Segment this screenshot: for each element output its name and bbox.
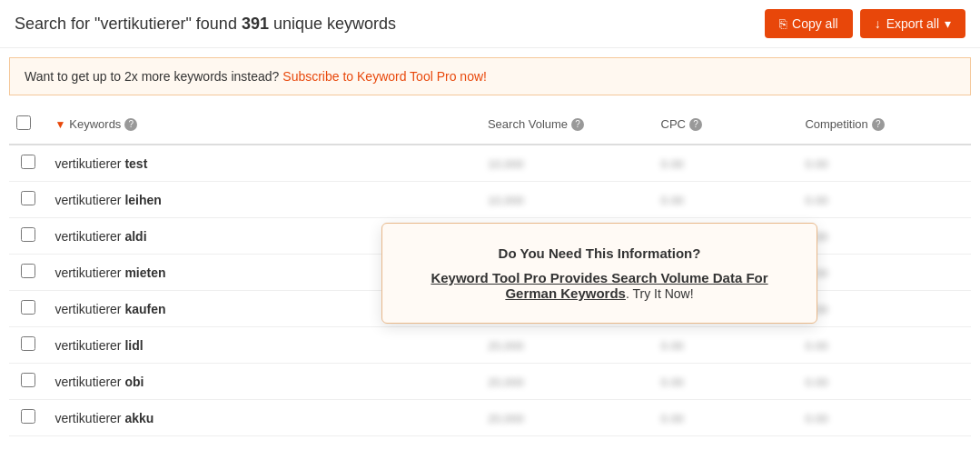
keyword-bold: akku [124, 411, 153, 425]
cpc-value: 0.00 [661, 339, 684, 353]
volume-value: 10,000 [488, 194, 524, 207]
copy-all-button[interactable]: ⎘ Copy all [765, 9, 853, 38]
table-row: vertikutierer lidl20,0000.000.00 [9, 327, 971, 364]
search-volume-column-header[interactable]: Search Volume ? [480, 105, 654, 145]
row-checkbox-0[interactable] [21, 155, 35, 169]
keywords-label: Keywords [69, 117, 121, 131]
volume-cell: 20,000 [480, 327, 654, 364]
upsell-popup: Do You Need This Information? Keyword To… [381, 223, 817, 324]
table-row: vertikutierer test10,0000.000.00 [9, 145, 971, 182]
cpc-value: 0.00 [661, 375, 684, 389]
volume-cell: 10,000 [480, 145, 654, 182]
competition-cell: 0.00 [797, 400, 971, 436]
keyword-bold: obi [124, 375, 144, 389]
cpc-column-header[interactable]: CPC ? [654, 105, 798, 145]
competition-cell: 0.00 [797, 182, 971, 218]
search-volume-help-icon[interactable]: ? [571, 118, 584, 131]
keyword-prefix: vertikutierer [54, 338, 124, 353]
volume-cell: 20,000 [480, 364, 654, 400]
competition-help-icon[interactable]: ? [872, 118, 885, 131]
table-header-row: ▼ Keywords ? Search Volume ? CPC ? [9, 105, 971, 145]
competition-cell: 0.00 [797, 327, 971, 364]
keyword-bold: mieten [124, 265, 165, 280]
keyword-cell: vertikutierer lidl [47, 327, 480, 364]
header-buttons: ⎘ Copy all ↓ Export all ▾ [765, 9, 965, 38]
keyword-cell: vertikutierer leihen [47, 182, 480, 218]
competition-cell: 0.00 [797, 255, 971, 291]
cpc-help-icon[interactable]: ? [689, 118, 702, 131]
keyword-cell: vertikutierer test [47, 145, 480, 182]
cpc-cell: 0.00 [654, 364, 798, 400]
cpc-value: 0.00 [661, 412, 684, 425]
copy-all-label: Copy all [792, 16, 838, 31]
row-checkbox-7[interactable] [21, 409, 35, 424]
table-row: vertikutierer leihen10,0000.000.00 [9, 182, 971, 218]
keyword-cell: vertikutierer obi [47, 364, 480, 400]
competition-cell: 0.00 [797, 364, 971, 400]
volume-value: 20,000 [488, 412, 524, 425]
popup-link[interactable]: Keyword Tool Pro Provides Search Volume … [431, 270, 767, 301]
row-checkbox-5[interactable] [21, 336, 35, 351]
popup-title: Do You Need This Information? [408, 245, 791, 261]
chevron-down-icon: ▾ [945, 16, 951, 31]
keyword-bold: leihen [124, 193, 161, 207]
popup-suffix: . Try It Now! [626, 286, 694, 301]
competition-value: 0.00 [805, 375, 827, 389]
table-row: vertikutierer obi20,0000.000.00 [9, 364, 971, 400]
search-volume-label: Search Volume [488, 117, 568, 131]
keyword-cell: vertikutierer akku [47, 400, 480, 436]
row-checkbox-6[interactable] [21, 373, 35, 387]
keyword-prefix: vertikutierer [54, 411, 124, 425]
export-icon: ↓ [875, 16, 881, 31]
banner-text: Want to get up to 2x more keywords inste… [25, 69, 282, 84]
competition-value: 0.00 [805, 339, 827, 353]
competition-cell: 0.00 [797, 291, 971, 327]
volume-value: 20,000 [488, 339, 524, 353]
keyword-prefix: vertikutierer [54, 375, 124, 389]
competition-cell: 0.00 [797, 145, 971, 182]
competition-label: Competition [805, 117, 867, 131]
volume-cell: 20,000 [480, 400, 654, 436]
keywords-column-header[interactable]: ▼ Keywords ? [47, 105, 480, 145]
export-all-label: Export all [886, 16, 939, 31]
keyword-bold: test [124, 156, 147, 171]
cpc-value: 0.00 [661, 194, 684, 207]
row-checkbox-4[interactable] [21, 300, 35, 315]
keyword-prefix: vertikutierer [54, 302, 124, 316]
competition-cell: 0.00 [797, 218, 971, 255]
cpc-cell: 0.00 [654, 182, 798, 218]
select-all-header [9, 105, 47, 145]
keywords-help-icon[interactable]: ? [124, 118, 137, 131]
keyword-prefix: vertikutierer [54, 156, 124, 171]
sort-icon: ▼ [54, 118, 65, 131]
export-all-button[interactable]: ↓ Export all ▾ [860, 9, 965, 38]
popup-link-text: Keyword Tool Pro Provides Search Volume … [431, 270, 767, 301]
cpc-value: 0.00 [661, 157, 684, 171]
keyword-bold: aldi [124, 229, 146, 244]
row-checkbox-1[interactable] [21, 191, 35, 205]
copy-icon: ⎘ [779, 16, 787, 31]
select-all-checkbox[interactable] [16, 115, 31, 130]
keyword-prefix: vertikutierer [54, 193, 124, 207]
cpc-cell: 0.00 [654, 400, 798, 436]
keyword-bold: lidl [124, 338, 143, 353]
title-prefix: Search for "vertikutierer" found [15, 15, 242, 33]
competition-value: 0.00 [805, 412, 827, 425]
keyword-bold: kaufen [124, 302, 165, 316]
keywords-table-container: ▼ Keywords ? Search Volume ? CPC ? [0, 105, 980, 436]
keyword-prefix: vertikutierer [54, 229, 124, 244]
competition-column-header[interactable]: Competition ? [797, 105, 971, 145]
volume-value: 10,000 [488, 157, 524, 171]
page-title: Search for "vertikutierer" found 391 uni… [15, 15, 396, 34]
row-checkbox-2[interactable] [21, 227, 35, 242]
subscribe-link[interactable]: Subscribe to Keyword Tool Pro now! [282, 69, 487, 84]
table-row: vertikutierer akku20,0000.000.00 [9, 400, 971, 436]
keyword-prefix: vertikutierer [54, 265, 124, 280]
competition-value: 0.00 [805, 194, 827, 207]
title-suffix: unique keywords [269, 15, 396, 33]
volume-cell: 10,000 [480, 182, 654, 218]
cpc-cell: 0.00 [654, 327, 798, 364]
keyword-count: 391 [242, 15, 269, 33]
page-header: Search for "vertikutierer" found 391 uni… [0, 0, 980, 48]
row-checkbox-3[interactable] [21, 264, 35, 278]
